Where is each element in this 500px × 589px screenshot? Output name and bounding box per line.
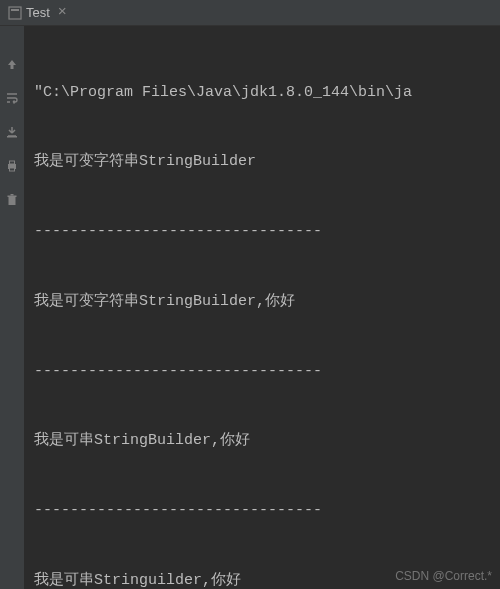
wrap-icon[interactable] xyxy=(4,90,20,106)
tab-bar: Test × xyxy=(0,0,500,26)
svg-rect-8 xyxy=(11,194,14,196)
svg-rect-0 xyxy=(9,7,21,19)
watermark: CSDN @Correct.* xyxy=(395,569,492,583)
svg-rect-5 xyxy=(10,168,15,171)
svg-rect-2 xyxy=(7,136,17,138)
close-icon[interactable]: × xyxy=(58,5,67,20)
up-arrow-icon[interactable] xyxy=(4,56,20,72)
console-line: -------------------------------- xyxy=(34,360,490,383)
download-icon[interactable] xyxy=(4,124,20,140)
trash-icon[interactable] xyxy=(4,192,20,208)
gutter-toolbar xyxy=(0,26,24,589)
svg-rect-1 xyxy=(11,9,19,11)
run-config-icon xyxy=(8,6,22,20)
svg-rect-7 xyxy=(8,196,17,198)
console-line: -------------------------------- xyxy=(34,499,490,522)
console-line: 我是可串StringBuilder,你好 xyxy=(34,429,490,452)
console-line: -------------------------------- xyxy=(34,220,490,243)
console-line: 我是可变字符串StringBuilder xyxy=(34,150,490,173)
svg-rect-4 xyxy=(10,161,15,164)
console-line: "C:\Program Files\Java\jdk1.8.0_144\bin\… xyxy=(34,81,490,104)
console-output[interactable]: "C:\Program Files\Java\jdk1.8.0_144\bin\… xyxy=(24,26,500,589)
main-area: "C:\Program Files\Java\jdk1.8.0_144\bin\… xyxy=(0,26,500,589)
print-icon[interactable] xyxy=(4,158,20,174)
tab-label[interactable]: Test xyxy=(26,5,50,20)
console-line: 我是可变字符串StringBuilder,你好 xyxy=(34,290,490,313)
svg-rect-6 xyxy=(9,197,16,205)
